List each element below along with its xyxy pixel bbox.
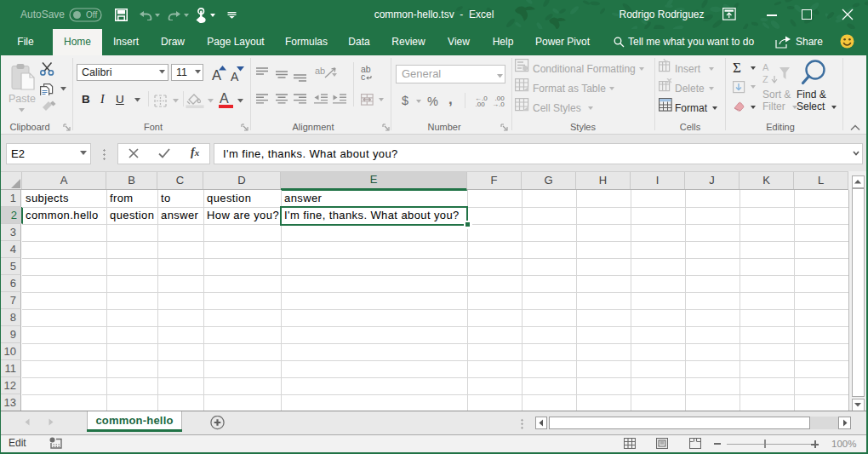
svg-text:Z: Z — [762, 74, 768, 84]
svg-text:Off: Off — [86, 10, 97, 20]
svg-text:ab: ab — [315, 66, 325, 76]
svg-text:A: A — [762, 62, 769, 72]
svg-text:→.0: →.0 — [492, 101, 505, 106]
svg-text:c: c — [361, 72, 365, 81]
svg-text:.00: .00 — [476, 101, 486, 106]
